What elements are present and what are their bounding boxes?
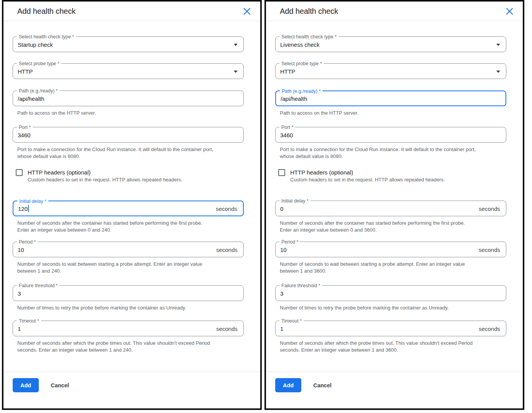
dialog-header: Add health check: [3, 2, 260, 21]
port-label: Port *: [17, 124, 33, 130]
chevron-down-icon: [496, 71, 500, 73]
failure-threshold-value: 3: [18, 290, 21, 297]
http-headers-checkbox[interactable]: [16, 169, 23, 176]
port-helper-text: Port to make a connection for the Cloud …: [280, 146, 506, 160]
seconds-suffix: seconds: [479, 206, 500, 212]
timeout-helper-text: Number of seconds after which the probe …: [17, 340, 244, 354]
probe-type-label: Select probe type *: [279, 61, 324, 67]
dialog-title: Add health check: [280, 7, 338, 16]
http-headers-label: HTTP headers (optional): [28, 169, 182, 176]
timeout-input[interactable]: Timeout * 1seconds: [13, 321, 244, 336]
path-input[interactable]: Path (e.g./ready) * /api/health: [275, 90, 506, 106]
dialog-header: Add health check: [266, 2, 523, 21]
port-input[interactable]: Port * 3460: [275, 127, 506, 143]
initial-delay-value: 120: [18, 206, 28, 212]
close-icon[interactable]: [243, 7, 251, 16]
period-label: Period *: [17, 239, 38, 245]
seconds-suffix: seconds: [216, 247, 238, 253]
startup-check-panel: Add health check Select health check typ…: [2, 0, 262, 410]
seconds-suffix: seconds: [216, 206, 237, 212]
health-check-type-label: Select health check type *: [17, 34, 76, 40]
period-helper-text: Number of seconds to wait between starti…: [17, 261, 244, 275]
period-label: Period *: [279, 239, 300, 245]
chevron-down-icon: [234, 71, 238, 73]
path-input[interactable]: Path (e.g./ready) * /api/health: [13, 90, 244, 106]
path-label: Path (e.g./ready) *: [280, 88, 322, 94]
initial-delay-input[interactable]: Initial delay * 0seconds: [275, 201, 506, 216]
http-headers-row: HTTP headers (optional) Custom headers t…: [278, 169, 506, 183]
initial-delay-helper-text: Number of seconds after the container ha…: [280, 220, 506, 234]
period-value: 10: [280, 247, 287, 253]
cancel-button[interactable]: Cancel: [313, 382, 332, 388]
probe-type-select[interactable]: Select probe type * HTTP: [13, 63, 244, 79]
timeout-value: 1: [280, 326, 283, 332]
timeout-label: Timeout *: [17, 318, 41, 324]
health-check-type-select[interactable]: Select health check type * Liveness chec…: [275, 36, 506, 52]
path-value: /api/health: [281, 95, 307, 102]
period-helper-text: Number of seconds to wait between starti…: [280, 261, 506, 275]
failure-threshold-label: Failure threshold *: [279, 283, 322, 289]
path-helper-text: Path to access on the HTTP server.: [280, 110, 506, 117]
health-check-type-select[interactable]: Select health check type * Startup check: [13, 36, 244, 52]
text-cursor: [28, 205, 29, 212]
failure-threshold-input[interactable]: Failure threshold * 3: [275, 285, 506, 301]
timeout-label: Timeout *: [279, 318, 304, 324]
add-button[interactable]: Add: [275, 378, 301, 392]
failure-threshold-input[interactable]: Failure threshold * 3: [13, 285, 244, 301]
liveness-check-panel: Add health check Select health check typ…: [264, 0, 524, 410]
failure-threshold-helper-text: Number of times to retry the probe befor…: [17, 304, 244, 311]
path-value: /api/health: [18, 95, 44, 102]
health-check-type-value: Startup check: [18, 41, 53, 48]
failure-threshold-helper-text: Number of times to retry the probe befor…: [280, 304, 506, 311]
health-check-type-value: Liveness check: [280, 41, 320, 48]
initial-delay-label: Initial delay *: [17, 198, 48, 204]
period-input[interactable]: Period * 10seconds: [275, 242, 506, 257]
timeout-helper-text: Number of seconds after which the probe …: [280, 340, 506, 354]
period-input[interactable]: Period * 10seconds: [13, 242, 244, 257]
initial-delay-input[interactable]: Initial delay * 120seconds: [13, 201, 244, 216]
cancel-button[interactable]: Cancel: [51, 382, 69, 388]
port-value: 3460: [280, 132, 293, 138]
port-input[interactable]: Port * 3460: [13, 127, 244, 143]
path-helper-text: Path to access on the HTTP server.: [17, 110, 244, 117]
port-helper-text: Port to make a connection for the Cloud …: [17, 146, 244, 160]
chevron-down-icon: [496, 44, 500, 46]
add-button[interactable]: Add: [13, 378, 39, 392]
port-label: Port *: [279, 124, 295, 130]
dialog-title: Add health check: [17, 7, 76, 16]
failure-threshold-value: 3: [280, 290, 283, 297]
timeout-value: 1: [18, 326, 21, 332]
initial-delay-helper-text: Number of seconds after the container ha…: [17, 220, 244, 234]
initial-delay-value: 0: [280, 206, 283, 212]
seconds-suffix: seconds: [479, 326, 500, 332]
probe-type-value: HTTP: [280, 68, 295, 75]
initial-delay-label: Initial delay *: [279, 198, 311, 204]
close-icon[interactable]: [505, 7, 514, 16]
probe-type-value: HTTP: [18, 68, 33, 75]
http-headers-helper-text: Custom headers to set in the request. HT…: [28, 176, 182, 183]
seconds-suffix: seconds: [216, 326, 238, 332]
http-headers-row: HTTP headers (optional) Custom headers t…: [16, 169, 244, 183]
http-headers-helper-text: Custom headers to set in the request. HT…: [290, 176, 445, 183]
seconds-suffix: seconds: [479, 247, 500, 253]
probe-type-label: Select probe type *: [17, 61, 61, 67]
health-check-type-label: Select health check type *: [279, 34, 339, 40]
timeout-input[interactable]: Timeout * 1seconds: [275, 321, 506, 336]
period-value: 10: [18, 247, 24, 253]
probe-type-select[interactable]: Select probe type * HTTP: [275, 63, 506, 79]
failure-threshold-label: Failure threshold *: [17, 283, 59, 289]
port-value: 3460: [18, 132, 30, 138]
path-label: Path (e.g./ready) *: [17, 88, 59, 94]
chevron-down-icon: [234, 44, 238, 46]
http-headers-checkbox[interactable]: [278, 169, 285, 176]
http-headers-label: HTTP headers (optional): [290, 169, 445, 176]
